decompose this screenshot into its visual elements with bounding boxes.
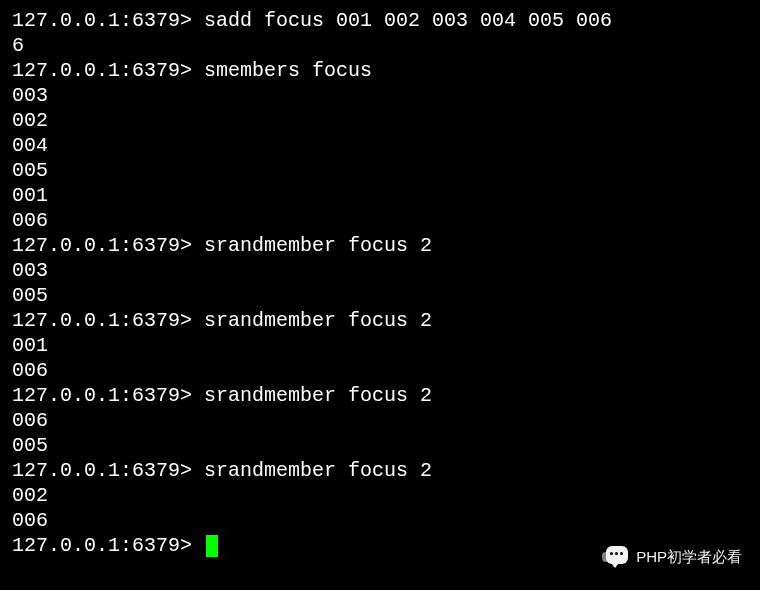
- output-line: 002: [12, 483, 748, 508]
- output-line: 6: [12, 33, 748, 58]
- command-line: 127.0.0.1:6379> srandmember focus 2: [12, 233, 748, 258]
- output-line: 001: [12, 333, 748, 358]
- output-line: 006: [12, 408, 748, 433]
- prompt: 127.0.0.1:6379>: [12, 9, 204, 32]
- output-line: 004: [12, 133, 748, 158]
- terminal-output[interactable]: 127.0.0.1:6379> sadd focus 001 002 003 0…: [12, 8, 748, 558]
- watermark-text: PHP初学者必看: [636, 548, 742, 567]
- cursor: [206, 535, 218, 557]
- output-line: 005: [12, 433, 748, 458]
- output-line: 002: [12, 108, 748, 133]
- command-line: 127.0.0.1:6379> smembers focus: [12, 58, 748, 83]
- command-text: srandmember focus 2: [204, 459, 432, 482]
- prompt: 127.0.0.1:6379>: [12, 459, 204, 482]
- watermark: PHP初学者必看: [602, 546, 742, 568]
- command-line: 127.0.0.1:6379> srandmember focus 2: [12, 308, 748, 333]
- command-text: sadd focus 001 002 003 004 005 006: [204, 9, 612, 32]
- prompt: 127.0.0.1:6379>: [12, 234, 204, 257]
- prompt: 127.0.0.1:6379>: [12, 534, 204, 557]
- prompt: 127.0.0.1:6379>: [12, 309, 204, 332]
- prompt: 127.0.0.1:6379>: [12, 384, 204, 407]
- command-text: srandmember focus 2: [204, 309, 432, 332]
- output-line: 001: [12, 183, 748, 208]
- chat-bubble-icon: [602, 546, 628, 568]
- command-text: smembers focus: [204, 59, 372, 82]
- command-text: srandmember focus 2: [204, 234, 432, 257]
- output-line: 005: [12, 158, 748, 183]
- output-line: 003: [12, 83, 748, 108]
- output-line: 006: [12, 508, 748, 533]
- output-line: 005: [12, 283, 748, 308]
- output-line: 006: [12, 208, 748, 233]
- prompt: 127.0.0.1:6379>: [12, 59, 204, 82]
- command-line: 127.0.0.1:6379> srandmember focus 2: [12, 458, 748, 483]
- output-line: 006: [12, 358, 748, 383]
- command-line: 127.0.0.1:6379> srandmember focus 2: [12, 383, 748, 408]
- output-line: 003: [12, 258, 748, 283]
- command-text: srandmember focus 2: [204, 384, 432, 407]
- command-line: 127.0.0.1:6379> sadd focus 001 002 003 0…: [12, 8, 748, 33]
